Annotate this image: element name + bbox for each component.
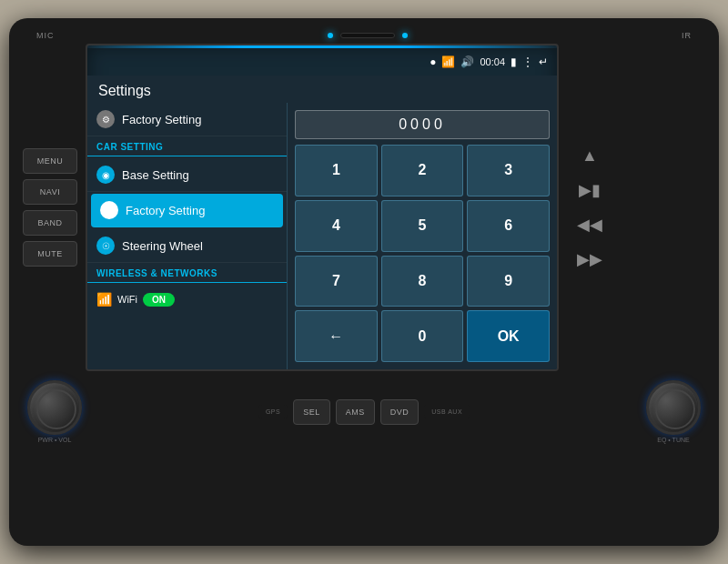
more-icon: ⋮ — [522, 55, 533, 68]
band-button[interactable]: BAND — [23, 210, 77, 236]
wireless-header: WIRELESS & NETWORKS — [87, 263, 287, 283]
ams-button[interactable]: AMS — [336, 399, 375, 425]
screen-content: Settings ⚙ Factory Setting CAR SETTING — [87, 76, 557, 369]
factory-setting-label: Factory Setting — [126, 204, 205, 217]
num-btn-backspace[interactable]: ← — [295, 310, 378, 362]
tune-knob-label: EQ • TUNE — [657, 437, 689, 443]
eject-button[interactable]: ▲ — [578, 143, 602, 169]
num-btn-0[interactable]: 0 — [381, 310, 464, 362]
steering-wheel-label: Steering Wheel — [122, 239, 203, 253]
factory-setting-item[interactable]: ◉ Factory Setting — [91, 194, 283, 227]
menu-button[interactable]: MENU — [23, 148, 77, 174]
status-bar: ● 📶 🔊 00:04 ▮ ⋮ ↵ — [87, 48, 557, 76]
prev-button[interactable]: ◀◀ — [573, 211, 606, 238]
dvd-button[interactable]: DVD — [380, 399, 420, 425]
vol-knob-wrap: PWR • VOL — [27, 380, 82, 443]
tune-knob-wrap: EQ • TUNE — [646, 380, 701, 443]
battery-icon: ▮ — [511, 55, 517, 68]
screen-title: Settings — [87, 76, 557, 103]
pin-display: 0000 — [295, 110, 550, 139]
numpad-grid: 1 2 3 4 5 6 7 8 9 ← 0 OK — [295, 145, 550, 362]
sel-button[interactable]: SEL — [293, 399, 330, 425]
num-btn-1[interactable]: 1 — [295, 145, 378, 196]
top-bar: MIC IR — [18, 27, 710, 44]
wireless-section: 📶 WiFi ON — [87, 285, 287, 314]
mic-label: MIC — [36, 31, 55, 40]
wifi-text-label: WiFi — [117, 294, 137, 305]
factory-setting-icon: ◉ — [100, 201, 118, 219]
volume-icon: 🔊 — [460, 55, 474, 68]
num-btn-8[interactable]: 8 — [381, 256, 464, 307]
vol-knob[interactable] — [27, 380, 82, 435]
left-side-controls: MENU NAVI BAND MUTE — [18, 148, 82, 267]
num-btn-3[interactable]: 3 — [467, 145, 550, 196]
play-pause-button[interactable]: ▶▮ — [575, 176, 604, 204]
vol-knob-label: PWR • VOL — [38, 437, 72, 443]
gps-label: GPS — [258, 405, 288, 418]
base-setting-icon: ◉ — [96, 166, 115, 184]
wifi-icon: 📶 — [441, 55, 455, 68]
num-btn-9[interactable]: 9 — [467, 256, 550, 307]
usb-label: USB AUX — [424, 405, 470, 418]
main-screen: ● 📶 🔊 00:04 ▮ ⋮ ↵ Settings ⚙ Fac — [86, 44, 559, 371]
car-head-unit: MIC IR MENU NAVI BAND MUTE ● 📶 🔊 00:04 ▮ — [9, 18, 719, 546]
num-btn-2[interactable]: 2 — [381, 145, 464, 196]
ir-label: IR — [682, 31, 692, 40]
bottom-controls: PWR • VOL GPS SEL AMS DVD USB AUX EQ • T… — [18, 375, 710, 448]
bottom-button-row: GPS SEL AMS DVD USB AUX — [258, 399, 470, 425]
back-icon[interactable]: ↵ — [539, 55, 548, 68]
navi-button[interactable]: NAVI — [23, 179, 77, 205]
car-setting-header: CAR SETTING — [87, 136, 287, 156]
numpad-panel: 0000 1 2 3 4 5 6 7 8 9 ← 0 — [288, 103, 557, 369]
wifi-symbol-icon: 📶 — [96, 292, 112, 307]
num-btn-ok[interactable]: OK — [467, 310, 550, 362]
status-time: 00:04 — [480, 56, 505, 67]
wifi-row: 📶 WiFi ON — [96, 288, 278, 310]
tune-knob[interactable] — [646, 380, 701, 435]
led-left — [328, 33, 333, 38]
num-btn-6[interactable]: 6 — [467, 200, 550, 252]
location-icon: ● — [430, 55, 436, 68]
base-setting-item[interactable]: ◉ Base Setting — [87, 158, 287, 192]
num-btn-7[interactable]: 7 — [295, 256, 378, 307]
split-layout: ⚙ Factory Setting CAR SETTING ◉ Base Set… — [87, 103, 557, 369]
wifi-toggle-badge[interactable]: ON — [143, 293, 175, 307]
right-side-controls: ▲ ▶▮ ◀◀ ▶▶ — [562, 143, 617, 273]
settings-menu: ⚙ Factory Setting CAR SETTING ◉ Base Set… — [87, 103, 288, 369]
led-right — [402, 33, 408, 38]
factory-setting-top-label: Factory Setting — [122, 113, 201, 126]
base-setting-label: Base Setting — [122, 168, 189, 182]
next-button[interactable]: ▶▶ — [573, 246, 606, 273]
factory-setting-top-item[interactable]: ⚙ Factory Setting — [87, 103, 287, 136]
num-btn-4[interactable]: 4 — [295, 200, 378, 252]
gear-icon: ⚙ — [96, 110, 115, 128]
steering-wheel-item[interactable]: ☉ Steering Wheel — [87, 229, 287, 263]
steering-icon: ☉ — [96, 237, 115, 255]
main-area: MENU NAVI BAND MUTE ● 📶 🔊 00:04 ▮ ⋮ ↵ Se… — [18, 44, 710, 371]
mute-button[interactable]: MUTE — [23, 241, 77, 267]
num-btn-5[interactable]: 5 — [381, 200, 464, 252]
